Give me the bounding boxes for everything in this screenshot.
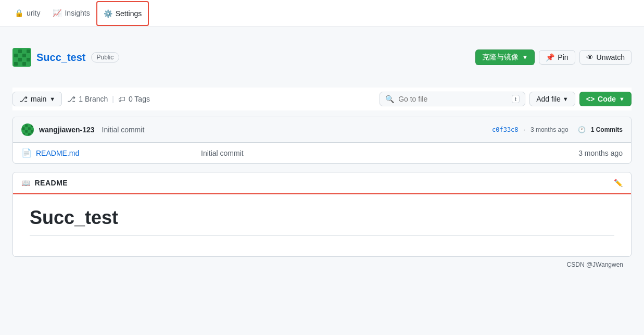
- branch-toolbar: ⎇ main ▼ ⎇ 1 Branch | 🏷 0 Tags 🔍 t Add f…: [12, 88, 632, 110]
- repo-avatar: [12, 48, 31, 67]
- commit-avatar: [21, 123, 34, 136]
- repo-title-section: Succ_test Public: [12, 48, 119, 67]
- nav-bar: 🔒 urity 📈 Insights ⚙️ Settings: [8, 0, 149, 28]
- code-chevron-icon: ▼: [619, 96, 625, 102]
- readme-body: Succ_test: [13, 194, 631, 256]
- visibility-badge: Public: [91, 52, 120, 63]
- file-time: 3 months ago: [560, 149, 623, 157]
- add-file-button[interactable]: Add file ▼: [529, 92, 575, 106]
- readme-h1: Succ_test: [30, 207, 614, 235]
- search-icon: 🔍: [385, 95, 394, 103]
- commit-right: c0f33c8 · 3 months ago 🕐 1 Commits: [492, 126, 623, 133]
- branch-count-link[interactable]: 1 Branch: [79, 95, 108, 103]
- commit-hash[interactable]: c0f33c8: [492, 126, 519, 133]
- repo-name[interactable]: Succ_test: [36, 52, 86, 64]
- table-row: 📄 README.md Initial commit 3 months ago: [13, 143, 631, 163]
- branch-count-icon: ⎇: [67, 95, 75, 103]
- file-name-link[interactable]: README.md: [36, 149, 79, 157]
- go-to-file-search[interactable]: 🔍 t: [380, 92, 525, 106]
- nav-settings[interactable]: ⚙️ Settings: [96, 1, 149, 26]
- eye-icon: 👁: [586, 53, 594, 61]
- clone-label: 克隆与镜像: [482, 53, 519, 62]
- file-commit-msg: Initial commit: [201, 149, 560, 157]
- nav-insights[interactable]: 📈 Insights: [46, 2, 96, 26]
- repo-header: Succ_test Public 克隆与镜像 ▼ 📌 Pin 👁 Unwatch: [12, 40, 632, 75]
- commit-row: wangjiawen-123 Initial commit c0f33c8 · …: [13, 117, 631, 143]
- header-actions: 克隆与镜像 ▼ 📌 Pin 👁 Unwatch: [475, 49, 632, 65]
- file-icon: 📄: [21, 148, 32, 158]
- book-icon: 📖: [21, 179, 31, 187]
- readme-title: 📖 README: [21, 179, 68, 187]
- branch-selector[interactable]: ⎇ main ▼: [12, 92, 62, 106]
- tag-icon: 🏷: [118, 95, 125, 103]
- pin-icon: 📌: [546, 53, 554, 61]
- branch-meta: ⎇ 1 Branch | 🏷 0 Tags: [67, 95, 150, 103]
- tag-count-link[interactable]: 0 Tags: [129, 95, 150, 103]
- attribution: CSDN @JWangwen: [12, 257, 632, 272]
- commit-time: 3 months ago: [531, 126, 569, 133]
- top-nav: 🔒 urity 📈 Insights ⚙️ Settings: [0, 0, 644, 27]
- avatar-mosaic-small: [22, 124, 33, 135]
- main-content: Succ_test Public 克隆与镜像 ▼ 📌 Pin 👁 Unwatch…: [0, 27, 644, 272]
- branch-right: 🔍 t Add file ▼ <> Code ▼: [380, 92, 632, 106]
- pin-button[interactable]: 📌 Pin: [539, 50, 575, 65]
- file-name-cell: 📄 README.md: [21, 148, 201, 158]
- gear-icon: ⚙️: [104, 9, 112, 18]
- commit-message: Initial commit: [102, 126, 145, 134]
- readme-section: 📖 README ✏️ Succ_test: [12, 172, 632, 257]
- branch-left: ⎇ main ▼ ⎇ 1 Branch | 🏷 0 Tags: [12, 92, 150, 106]
- search-kbd: t: [512, 95, 520, 103]
- search-field[interactable]: [398, 95, 508, 103]
- repo-content: wangjiawen-123 Initial commit c0f33c8 · …: [12, 117, 632, 164]
- history-icon: 🕐: [578, 126, 586, 133]
- security-icon: 🔒: [15, 9, 23, 17]
- clone-button[interactable]: 克隆与镜像 ▼: [475, 49, 535, 65]
- edit-icon[interactable]: ✏️: [614, 179, 623, 187]
- addfile-chevron-icon: ▼: [563, 96, 569, 102]
- graph-icon: 📈: [53, 9, 61, 17]
- clone-chevron-icon: ▼: [522, 54, 528, 61]
- commit-left: wangjiawen-123 Initial commit: [21, 123, 144, 136]
- commit-dot: ·: [524, 126, 525, 133]
- unwatch-button[interactable]: 👁 Unwatch: [579, 50, 632, 65]
- commits-count-link[interactable]: 1 Commits: [591, 126, 623, 133]
- readme-header: 📖 README ✏️: [13, 172, 631, 194]
- avatar-mosaic: [14, 49, 30, 66]
- code-brackets-icon: <>: [586, 95, 595, 103]
- commit-author[interactable]: wangjiawen-123: [39, 126, 95, 134]
- branch-icon: ⎇: [19, 95, 28, 103]
- branch-chevron-icon: ▼: [49, 96, 55, 102]
- code-button[interactable]: <> Code ▼: [579, 92, 632, 106]
- nav-security[interactable]: 🔒 urity: [8, 2, 46, 26]
